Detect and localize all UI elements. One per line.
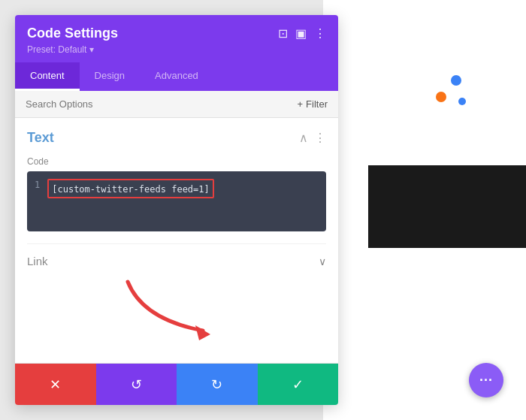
confirm-icon: ✓ xyxy=(292,376,304,393)
cancel-icon: ✕ xyxy=(50,376,61,393)
undo-button[interactable]: ↺ xyxy=(96,364,177,405)
filter-label: Filter xyxy=(306,98,328,110)
panel-content: Text ∧ ⋮ Code 1 [custom-twitter-feeds fe… xyxy=(15,118,338,363)
fab-button[interactable]: ··· xyxy=(469,363,503,397)
search-bar: + Filter xyxy=(15,91,338,118)
collapse-icon[interactable]: ∧ xyxy=(299,131,308,145)
link-chevron-icon[interactable]: ∨ xyxy=(319,255,326,267)
dot-blue-bottom xyxy=(458,98,466,105)
filter-button[interactable]: + Filter xyxy=(298,98,328,110)
code-value: [custom-twitter-feeds feed=1] xyxy=(52,184,210,195)
screen-icon[interactable]: ⊡ xyxy=(278,26,288,41)
panel-header-top: Code Settings ⊡ ▣ ⋮ xyxy=(27,26,326,41)
text-section-header: Text ∧ ⋮ xyxy=(27,130,326,146)
panel-title: Code Settings xyxy=(27,26,118,41)
confirm-button[interactable]: ✓ xyxy=(258,364,339,405)
tab-advanced[interactable]: Advanced xyxy=(140,62,213,91)
link-section[interactable]: Link ∨ xyxy=(27,243,326,278)
redo-icon: ↻ xyxy=(211,376,222,393)
black-bar xyxy=(368,165,526,248)
bottom-toolbar: ✕ ↺ ↻ ✓ xyxy=(15,363,338,405)
tab-content[interactable]: Content xyxy=(15,62,80,91)
more-icon[interactable]: ⋮ xyxy=(314,26,326,41)
code-label: Code xyxy=(27,156,326,167)
section-controls: ∧ ⋮ xyxy=(299,131,326,145)
code-content: [custom-twitter-feeds feed=1] xyxy=(47,179,319,224)
section-menu-icon[interactable]: ⋮ xyxy=(314,131,326,145)
panel-header-icons: ⊡ ▣ ⋮ xyxy=(278,26,326,41)
link-section-title: Link xyxy=(27,255,48,267)
panel-preset[interactable]: Preset: Default ▾ xyxy=(27,44,326,55)
cancel-button[interactable]: ✕ xyxy=(15,364,96,405)
panel-tabs: Content Design Advanced xyxy=(15,62,338,91)
fab-icon: ··· xyxy=(479,373,493,388)
text-section-title: Text xyxy=(27,130,54,146)
code-settings-panel: Code Settings ⊡ ▣ ⋮ Preset: Default ▾ Co… xyxy=(15,15,338,405)
filter-plus-icon: + xyxy=(298,98,304,110)
dot-orange xyxy=(436,92,446,102)
tab-design[interactable]: Design xyxy=(80,62,140,91)
undo-icon: ↺ xyxy=(131,376,142,393)
code-editor[interactable]: 1 [custom-twitter-feeds feed=1] xyxy=(27,171,326,231)
search-input[interactable] xyxy=(26,98,298,110)
code-highlighted-block: [custom-twitter-feeds feed=1] xyxy=(47,179,214,198)
redo-button[interactable]: ↻ xyxy=(177,364,258,405)
dot-blue-top xyxy=(451,75,461,86)
layout-icon[interactable]: ▣ xyxy=(295,26,307,41)
line-number: 1 xyxy=(35,179,40,224)
panel-header: Code Settings ⊡ ▣ ⋮ Preset: Default ▾ xyxy=(15,15,338,62)
